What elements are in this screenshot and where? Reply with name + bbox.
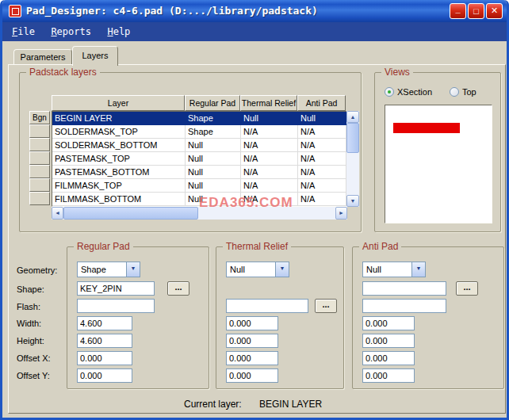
tab-layers[interactable]: Layers xyxy=(72,46,118,66)
width-label: Width: xyxy=(17,318,41,329)
cell-thermal: Null xyxy=(241,112,298,125)
regular-flash-input[interactable] xyxy=(77,299,155,313)
anti-width-input[interactable] xyxy=(362,316,415,330)
radio-xsection-label: XSection xyxy=(397,87,432,97)
anti-geometry-value: Null xyxy=(366,262,381,277)
radio-unselected-icon xyxy=(450,87,459,97)
regular-pad-title: Regular Pad xyxy=(74,241,133,252)
column-header-layer[interactable]: Layer xyxy=(52,95,185,111)
table-row[interactable]: SOLDERMASK_BOTTOM Null N/A N/A xyxy=(52,139,346,152)
cell-regular: Shape xyxy=(186,125,241,139)
cell-thermal: N/A xyxy=(241,166,298,179)
current-layer-label: Current layer: xyxy=(184,399,242,410)
cell-regular: Null xyxy=(186,139,241,152)
table-row[interactable]: PASTEMASK_BOTTOM Null N/A N/A xyxy=(52,166,346,179)
menu-help[interactable]: Help xyxy=(101,22,136,41)
table-row[interactable]: BEGIN LAYER Shape Null Null xyxy=(52,112,346,125)
thermal-width-input[interactable] xyxy=(226,316,278,330)
app-icon[interactable] xyxy=(9,5,21,17)
cell-thermal: N/A xyxy=(241,139,298,152)
padstack-layers-group: Padstack layers Layer Regular Pad Therma… xyxy=(19,72,362,232)
close-button[interactable]: ✕ xyxy=(486,3,503,19)
scroll-up-icon[interactable]: ▲ xyxy=(346,111,359,123)
layers-table: BEGIN LAYER Shape Null Null SOLDERMASK_T… xyxy=(52,111,347,207)
cell-anti: N/A xyxy=(298,193,346,206)
chevron-down-icon[interactable]: ▼ xyxy=(411,262,425,277)
regular-shape-browse-button[interactable]: ... xyxy=(167,281,189,296)
regular-width-input[interactable] xyxy=(77,316,132,330)
table-row[interactable]: SOLDERMASK_TOP Shape N/A N/A xyxy=(52,125,346,139)
scroll-left-icon[interactable]: ◄ xyxy=(52,207,63,220)
geometry-label: Geometry: xyxy=(17,265,57,276)
cell-anti: N/A xyxy=(298,166,346,179)
cell-regular: Null xyxy=(186,152,241,166)
cell-layer: FILMMASK_TOP xyxy=(52,179,186,193)
cell-thermal: N/A xyxy=(241,152,298,166)
cell-layer: SOLDERMASK_TOP xyxy=(52,125,186,139)
anti-offset-y-input[interactable] xyxy=(362,368,415,383)
row-header[interactable] xyxy=(29,165,50,178)
radio-top[interactable]: Top xyxy=(450,87,476,97)
anti-shape-browse-button[interactable]: ... xyxy=(456,281,478,296)
tab-parameters[interactable]: Parameters xyxy=(13,49,72,65)
thermal-geometry-value: Null xyxy=(230,262,245,277)
radio-top-label: Top xyxy=(462,87,476,97)
thermal-height-input[interactable] xyxy=(226,334,278,348)
titlebar[interactable]: Pad_Designer: c4-6.pad (D:.../library/pa… xyxy=(2,0,507,22)
cell-anti: N/A xyxy=(298,152,346,166)
anti-geometry-dropdown[interactable]: Null ▼ xyxy=(362,262,426,277)
anti-flash-input[interactable] xyxy=(362,299,446,313)
thermal-relief-title: Thermal Relief xyxy=(223,241,291,252)
padstack-layers-title: Padstack layers xyxy=(26,67,100,78)
regular-offset-x-input[interactable] xyxy=(77,351,132,365)
radio-xsection[interactable]: XSection xyxy=(385,87,432,97)
cell-layer: BEGIN LAYER xyxy=(52,112,186,125)
scroll-right-icon[interactable]: ► xyxy=(335,207,347,220)
minimize-button[interactable]: _ xyxy=(450,3,466,19)
thermal-geometry-dropdown[interactable]: Null ▼ xyxy=(226,262,289,277)
thermal-offset-x-input[interactable] xyxy=(226,351,278,365)
column-header-regular-pad[interactable]: Regular Pad xyxy=(185,95,240,111)
height-label: Height: xyxy=(17,335,44,346)
regular-shape-input[interactable] xyxy=(77,281,155,296)
table-row[interactable]: FILMMASK_TOP Null N/A N/A xyxy=(52,179,346,193)
table-vertical-scrollbar[interactable]: ▲ ▼ xyxy=(346,111,359,207)
regular-geometry-dropdown[interactable]: Shape ▼ xyxy=(77,262,140,277)
thermal-flash-browse-button[interactable]: ... xyxy=(315,299,337,313)
regular-geometry-value: Shape xyxy=(81,262,106,277)
column-header-anti-pad[interactable]: Anti Pad xyxy=(297,95,346,111)
horizontal-scroll-thumb[interactable] xyxy=(63,207,198,220)
anti-height-input[interactable] xyxy=(362,334,415,348)
row-header[interactable] xyxy=(29,124,50,138)
anti-shape-input[interactable] xyxy=(362,281,446,296)
row-header[interactable] xyxy=(29,192,50,205)
chevron-down-icon[interactable]: ▼ xyxy=(275,262,289,277)
pad-designer-window: Pad_Designer: c4-6.pad (D:.../library/pa… xyxy=(0,0,509,420)
thermal-flash-input[interactable] xyxy=(226,299,308,313)
anti-offset-x-input[interactable] xyxy=(362,351,415,365)
current-layer-value: BEGIN LAYER xyxy=(259,399,322,410)
row-header[interactable] xyxy=(29,138,50,151)
maximize-button[interactable]: □ xyxy=(468,3,484,19)
cell-layer: FILMMASK_BOTTOM xyxy=(52,193,186,206)
offset-x-label: Offset X: xyxy=(17,353,51,364)
table-row[interactable]: PASTEMASK_TOP Null N/A N/A xyxy=(52,152,346,166)
row-header[interactable] xyxy=(29,178,50,192)
regular-height-input[interactable] xyxy=(77,334,132,348)
regular-offset-y-input[interactable] xyxy=(77,368,132,383)
menu-file[interactable]: File xyxy=(6,22,41,41)
column-header-thermal-relief[interactable]: Thermal Relief xyxy=(240,95,297,111)
menubar: File Reports Help xyxy=(2,22,507,41)
cell-layer: PASTEMASK_BOTTOM xyxy=(52,166,186,179)
cell-anti: Null xyxy=(298,112,346,125)
chevron-down-icon[interactable]: ▼ xyxy=(126,262,140,277)
cell-regular: Null xyxy=(186,166,241,179)
watermark: EDA365.COM xyxy=(199,195,293,211)
vertical-scroll-thumb[interactable] xyxy=(346,123,359,153)
scroll-down-icon[interactable]: ▼ xyxy=(346,195,359,207)
thermal-offset-y-input[interactable] xyxy=(226,368,278,383)
menu-reports[interactable]: Reports xyxy=(44,22,98,41)
window-controls: _ □ ✕ xyxy=(450,3,503,19)
row-header-bgn[interactable]: Bgn xyxy=(29,111,50,124)
row-header[interactable] xyxy=(29,151,50,165)
